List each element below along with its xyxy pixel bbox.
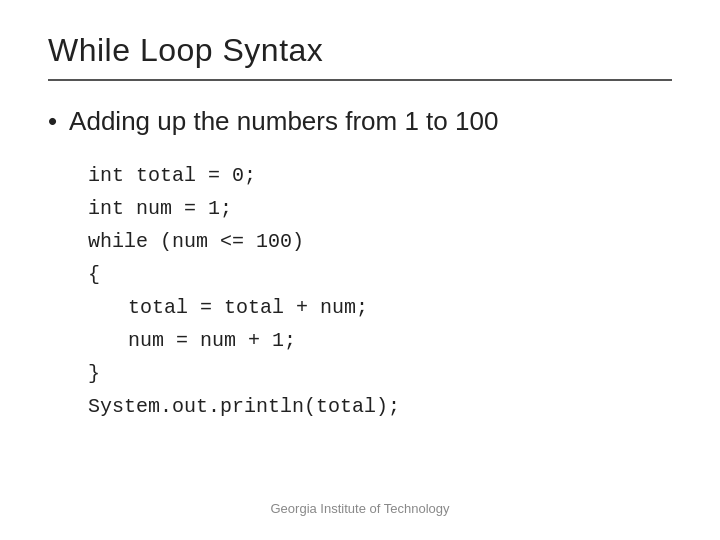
code-line-7: } (88, 357, 672, 390)
code-line-2: int num = 1; (88, 192, 672, 225)
code-block: int total = 0; int num = 1; while (num <… (88, 159, 672, 423)
code-line-5: total = total + num; (128, 291, 672, 324)
code-line-6: num = num + 1; (128, 324, 672, 357)
code-line-8: System.out.println(total); (88, 390, 672, 423)
bullet-text: Adding up the numbers from 1 to 100 (69, 105, 498, 139)
bullet-item: • Adding up the numbers from 1 to 100 (48, 105, 672, 139)
slide-title: While Loop Syntax (48, 32, 672, 69)
code-line-3: while (num <= 100) (88, 225, 672, 258)
code-line-4: { (88, 258, 672, 291)
footer: Georgia Institute of Technology (48, 493, 672, 516)
code-line-1: int total = 0; (88, 159, 672, 192)
bullet-dot: • (48, 105, 57, 139)
title-section: While Loop Syntax (48, 32, 672, 81)
content-section: • Adding up the numbers from 1 to 100 in… (48, 105, 672, 493)
slide: While Loop Syntax • Adding up the number… (0, 0, 720, 540)
footer-text: Georgia Institute of Technology (271, 501, 450, 516)
